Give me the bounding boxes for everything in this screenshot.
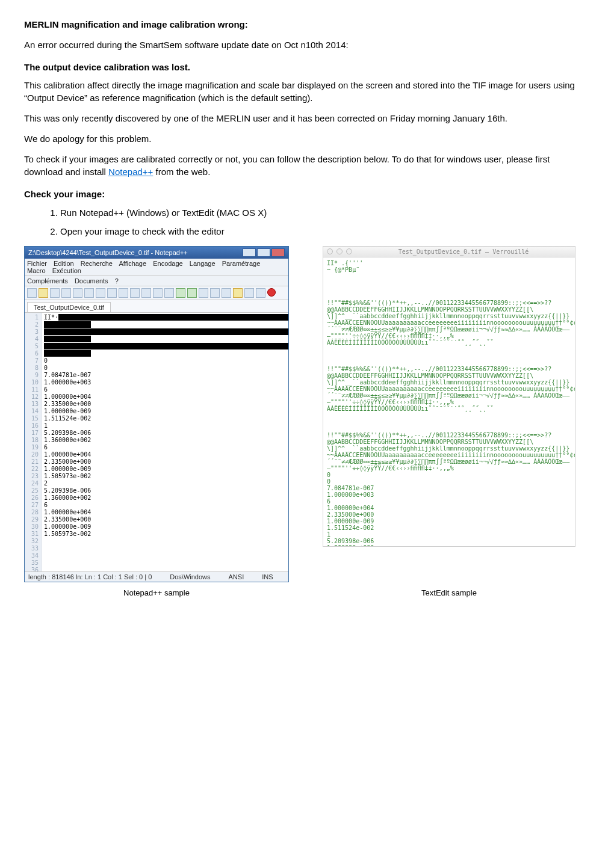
close-icon[interactable] (271, 248, 285, 257)
paragraph-2: This was only recently discovered by one… (24, 112, 590, 125)
window-buttons (243, 248, 285, 257)
traffic-zoom-icon[interactable] (346, 248, 352, 254)
menu-recherche[interactable]: Recherche (81, 260, 113, 267)
paragraph-4: To check if your images are calibrated c… (24, 153, 590, 178)
menu-parametrage[interactable]: Paramétrage (222, 260, 261, 267)
step-1: Run Notepad++ (Windows) or TextEdit (MAC… (60, 206, 590, 219)
open-file-icon[interactable] (39, 288, 48, 298)
paragraph-4-pre: To check if your images are calibrated c… (24, 154, 550, 176)
status-encoding: ANSI (229, 573, 244, 580)
traffic-close-icon[interactable] (327, 248, 333, 254)
cut-icon[interactable] (96, 288, 105, 298)
textedit-body[interactable]: II* .{'''' ~ {@*PBµ¨ !!""##$$%%&&''(())*… (323, 257, 575, 546)
paragraph-1: This calibration affect directly the ima… (24, 79, 590, 104)
notepad-statusbar: length : 818146 ln: Ln : 1 Col : 1 Sel :… (25, 571, 288, 582)
notepad-title-text: Z:\Desktop\4244\Test_OutputDevice_0.tif … (28, 249, 188, 256)
steps-list: Run Notepad++ (Windows) or TextEdit (MAC… (24, 206, 590, 238)
function-list-icon[interactable] (256, 288, 265, 298)
check-heading: Check your image: (24, 189, 590, 199)
undo-icon[interactable] (130, 288, 140, 298)
find-icon[interactable] (153, 288, 163, 298)
redo-icon[interactable] (141, 288, 151, 298)
notepad-tabstrip: Test_OutputDevice_0.tif (25, 300, 288, 313)
save-all-icon[interactable] (61, 288, 71, 298)
show-all-chars-icon[interactable] (210, 288, 220, 298)
menu-documents[interactable]: Documents (75, 277, 108, 285)
menu-macro[interactable]: Macro (27, 267, 46, 274)
copy-icon[interactable] (107, 288, 117, 298)
zoom-in-icon[interactable] (176, 288, 185, 298)
menu-complements[interactable]: Compléments (27, 277, 68, 285)
textedit-window: Test_OutputDevice_0.tif — Verrouillé II*… (323, 246, 575, 547)
intro-paragraph: An error occurred during the SmartSem so… (24, 39, 590, 51)
menu-langage[interactable]: Langage (190, 260, 216, 267)
zoom-out-icon[interactable] (187, 288, 197, 298)
caption-left: Notepad++ sample (24, 588, 289, 597)
code-area[interactable]: II*·II*·NULNULNULNULSINULSTXNUL·NULNULNU… (42, 313, 288, 571)
step-2: Open your image to check with the editor (60, 225, 590, 238)
notepad-menubar: Fichier Edition Recherche Affichage Enco… (25, 259, 288, 276)
notepad-tab[interactable]: Test_OutputDevice_0.tif (27, 302, 111, 312)
close-file-icon[interactable] (73, 288, 82, 298)
paragraph-4-post: from the web. (153, 167, 210, 177)
paste-icon[interactable] (119, 288, 128, 298)
doc-map-icon[interactable] (244, 288, 254, 298)
notepad-titlebar: Z:\Desktop\4244\Test_OutputDevice_0.tif … (25, 247, 288, 259)
figures-row: Z:\Desktop\4244\Test_OutputDevice_0.tif … (24, 246, 590, 582)
menu-affichage[interactable]: Affichage (119, 260, 146, 267)
notepad-toolbar (25, 286, 288, 300)
line-number-gutter: 1 2 3 4 5 6 7 8 9 10 11 12 13 14 15 16 1… (25, 313, 42, 571)
textedit-titlebar: Test_OutputDevice_0.tif — Verrouillé (323, 247, 575, 257)
status-os: Dos\Windows (170, 573, 210, 580)
page-title: MERLIN magnification and image calibrati… (24, 19, 590, 29)
menu-help[interactable]: ? (115, 277, 119, 285)
caption-right: TextEdit sample (323, 588, 575, 597)
status-ins: INS (262, 573, 273, 580)
textedit-title-text: Test_OutputDevice_0.tif — Verrouillé (356, 248, 571, 255)
lost-heading: The output device calibration was lost. (24, 62, 590, 72)
new-file-icon[interactable] (27, 288, 37, 298)
replace-icon[interactable] (164, 288, 174, 298)
save-icon[interactable] (50, 288, 60, 298)
record-macro-icon[interactable] (267, 288, 276, 297)
menu-encodage[interactable]: Encodage (153, 260, 183, 267)
notepad-link[interactable]: Notepad++ (108, 167, 153, 177)
print-icon[interactable] (84, 288, 94, 298)
traffic-minimize-icon[interactable] (336, 248, 343, 254)
maximize-icon[interactable] (257, 248, 270, 257)
notepad-editor[interactable]: 1 2 3 4 5 6 7 8 9 10 11 12 13 14 15 16 1… (25, 313, 288, 571)
menu-edition[interactable]: Edition (54, 260, 74, 267)
notepad-window: Z:\Desktop\4244\Test_OutputDevice_0.tif … (24, 246, 289, 582)
wordwrap-icon[interactable] (199, 288, 208, 298)
menu-fichier[interactable]: Fichier (27, 260, 47, 267)
folder-icon[interactable] (233, 288, 243, 298)
captions-row: Notepad++ sample TextEdit sample (24, 588, 590, 597)
indent-guide-icon[interactable] (222, 288, 231, 298)
menu-execution[interactable]: Exécution (52, 267, 81, 274)
status-length: length : 818146 ln: Ln : 1 Col : 1 Sel :… (28, 573, 152, 580)
notepad-menubar2: Compléments Documents ? (25, 276, 288, 286)
minimize-icon[interactable] (243, 248, 256, 257)
paragraph-3: We do apology for this problem. (24, 133, 590, 145)
